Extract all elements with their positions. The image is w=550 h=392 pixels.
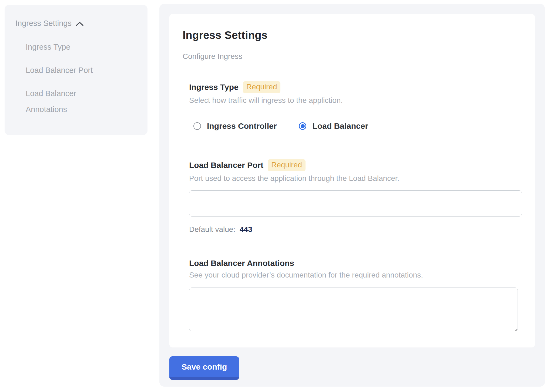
sidebar-item-ingress-type[interactable]: Ingress Type [26,39,109,55]
required-badge: Required [243,81,281,93]
default-value-row: Default value: 443 [189,225,522,234]
save-config-button[interactable]: Save config [169,356,239,380]
sidebar-section-title: Ingress Settings [15,19,72,28]
page-title: Ingress Settings [183,29,522,41]
required-badge: Required [268,159,306,171]
default-value: 443 [240,225,252,234]
chevron-up-icon [75,21,84,27]
radio-unselected-icon[interactable] [193,122,201,130]
load-balancer-port-title: Load Balancer Port [189,161,263,170]
load-balancer-annotations-section: Load Balancer Annotations See your cloud… [189,259,522,331]
radio-option-ingress-controller[interactable]: Ingress Controller [193,121,277,131]
load-balancer-annotations-textarea[interactable] [189,288,518,331]
ingress-type-description: Select how traffic will ingress to the a… [189,96,522,105]
settings-nav-sidebar: Ingress Settings Ingress Type Load Balan… [5,5,147,135]
ingress-type-section: Ingress Type Required Select how traffic… [189,81,522,131]
ingress-settings-card: Ingress Settings Configure Ingress Ingre… [169,14,535,347]
ingress-type-title: Ingress Type [189,83,239,92]
load-balancer-port-section: Load Balancer Port Required Port used to… [189,159,522,234]
load-balancer-port-input[interactable] [189,190,522,217]
sidebar-item-list: Ingress Type Load Balancer Port Load Bal… [15,39,137,117]
load-balancer-annotations-title: Load Balancer Annotations [189,259,294,268]
radio-selected-icon[interactable] [299,122,306,130]
sidebar-section-toggle[interactable]: Ingress Settings [15,19,137,28]
radio-option-load-balancer[interactable]: Load Balancer [299,121,368,131]
load-balancer-annotations-description: See your cloud provider’s documentation … [189,271,522,279]
sidebar-item-load-balancer-annotations[interactable]: Load Balancer Annotations [26,86,109,117]
radio-label[interactable]: Load Balancer [312,121,368,131]
load-balancer-port-description: Port used to access the application thro… [189,174,522,183]
radio-label[interactable]: Ingress Controller [207,121,277,131]
page-subtitle: Configure Ingress [183,52,522,61]
main-content-panel: Ingress Settings Configure Ingress Ingre… [159,4,545,387]
sidebar-item-load-balancer-port[interactable]: Load Balancer Port [26,62,109,78]
ingress-type-radio-group: Ingress Controller Load Balancer [193,121,522,131]
default-value-label: Default value: [189,225,235,234]
